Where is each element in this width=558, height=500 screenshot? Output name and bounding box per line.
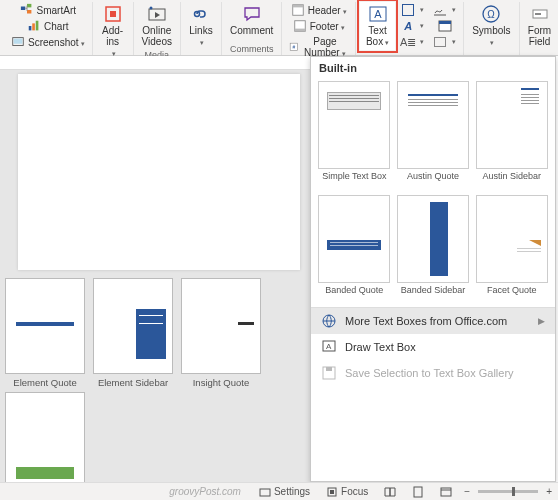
ribbon-group-header-footer: Header▾ Footer▾ # Page Number▾ Header & <box>282 2 356 55</box>
template-caption: Austin Quote <box>407 171 459 191</box>
ribbon-group-comments: Comment Comments <box>222 2 282 55</box>
save-selection-icon <box>321 365 337 381</box>
smartart-button[interactable]: SmartArt <box>8 2 88 18</box>
footer-icon <box>293 19 307 33</box>
quick-parts-button[interactable]: ▾ <box>398 2 427 18</box>
template-thumb-insight-quote[interactable] <box>181 278 261 374</box>
date-time-icon <box>438 19 452 33</box>
ruler[interactable] <box>0 56 310 70</box>
chevron-right-icon: ▶ <box>538 316 545 326</box>
svg-rect-0 <box>20 7 24 11</box>
text-box-template-grid-left: Element QuoteElement SidebarInsight Quot… <box>0 276 310 482</box>
web-layout-button[interactable] <box>436 486 456 498</box>
svg-rect-32 <box>260 489 270 496</box>
draw-text-box-item[interactable]: A Draw Text Box <box>311 334 555 360</box>
comment-label: Comment <box>230 25 273 36</box>
date-time-button[interactable] <box>430 18 459 34</box>
dropdown-section-header: Built-in <box>311 57 555 79</box>
ribbon: SmartArt Chart Screenshot▾ Add-ins▾ <box>0 0 558 56</box>
template-cell: Facet Quote <box>474 195 549 305</box>
zoom-slider[interactable] <box>478 490 538 493</box>
watermark: groovyPost.com <box>169 486 241 497</box>
template-thumb-element-quote[interactable] <box>5 278 85 374</box>
addins-icon <box>103 4 123 24</box>
online-videos-button[interactable]: Online Videos <box>138 2 176 49</box>
addins-label: Add-ins▾ <box>101 25 125 59</box>
svg-rect-7 <box>14 39 23 44</box>
footer-button[interactable]: Footer▾ <box>286 18 351 34</box>
drop-cap-button[interactable]: A≣▾ <box>398 34 427 50</box>
page-number-icon: # <box>289 40 299 54</box>
template-cell: Element Quote <box>4 278 86 388</box>
read-mode-button[interactable] <box>380 486 400 498</box>
template-thumb-simple-text-box[interactable] <box>318 81 390 169</box>
template-cell: Banded Sidebar <box>396 195 471 305</box>
template-cell: Insight Quote <box>180 278 262 388</box>
zoom-out-button[interactable]: − <box>464 486 470 497</box>
svg-text:Ω: Ω <box>488 9 496 20</box>
svg-rect-9 <box>110 11 116 17</box>
focus-button[interactable]: Focus <box>322 486 372 498</box>
object-button[interactable]: ▾ <box>430 34 459 50</box>
template-thumb-austin-quote[interactable] <box>397 81 469 169</box>
svg-rect-5 <box>36 21 39 31</box>
text-box-dropdown: Built-in Simple Text BoxAustin QuoteAust… <box>310 56 556 482</box>
svg-rect-35 <box>414 487 422 497</box>
smartart-label: SmartArt <box>37 5 76 16</box>
comment-icon <box>242 4 262 24</box>
template-cell: Element Sidebar <box>92 278 174 388</box>
save-selection-label: Save Selection to Text Box Gallery <box>345 367 514 379</box>
draw-text-box-label: Draw Text Box <box>345 341 416 353</box>
svg-rect-34 <box>330 490 334 494</box>
template-thumb-banded-quote[interactable] <box>318 195 390 283</box>
screenshot-icon <box>11 35 25 49</box>
wordart-icon: A <box>401 19 415 33</box>
text-box-button[interactable]: A Text Box▾ <box>360 2 395 50</box>
svg-rect-16 <box>294 29 305 32</box>
template-thumb-austin-sidebar[interactable] <box>476 81 548 169</box>
template-caption: Banded Sidebar <box>401 285 466 305</box>
addins-button[interactable]: Add-ins▾ <box>97 2 129 61</box>
links-button[interactable]: Links▾ <box>185 2 217 50</box>
object-icon <box>433 35 447 49</box>
form-field-button[interactable]: Form Field <box>524 2 556 49</box>
draw-text-box-icon: A <box>321 339 337 355</box>
form-field-icon <box>530 4 550 24</box>
more-text-boxes-item[interactable]: More Text Boxes from Office.com ▶ <box>311 308 555 334</box>
online-videos-icon <box>147 4 167 24</box>
svg-rect-22 <box>439 21 451 24</box>
document-page[interactable] <box>18 74 300 270</box>
header-button[interactable]: Header▾ <box>286 2 351 18</box>
ribbon-group-media: Online Videos Media <box>134 2 181 55</box>
svg-text:A: A <box>374 8 382 20</box>
print-layout-icon <box>412 486 424 498</box>
wordart-button[interactable]: A▾ <box>398 18 427 34</box>
display-settings-button[interactable]: Settings <box>255 486 314 498</box>
comment-button[interactable]: Comment <box>226 2 277 38</box>
web-layout-icon <box>440 486 452 498</box>
chart-button[interactable]: Chart <box>8 18 88 34</box>
focus-icon <box>326 486 338 498</box>
svg-rect-36 <box>441 488 451 496</box>
read-mode-icon <box>384 486 396 498</box>
symbols-button[interactable]: Ω Symbols▾ <box>468 2 514 50</box>
screenshot-button[interactable]: Screenshot▾ <box>8 34 88 50</box>
svg-point-11 <box>149 7 152 10</box>
template-thumb-banded-sidebar[interactable] <box>397 195 469 283</box>
template-thumb-facet-quote[interactable] <box>476 195 548 283</box>
print-layout-button[interactable] <box>408 486 428 498</box>
chart-label: Chart <box>44 21 68 32</box>
links-label: Links▾ <box>189 25 212 48</box>
template-thumb-element-sidebar[interactable] <box>93 278 173 374</box>
ribbon-group-text: A Text Box▾ ▾ A▾ A≣▾ ▾ ▾ <box>356 2 463 55</box>
template-cell: Simple Text Box <box>317 81 392 191</box>
link-icon <box>191 4 211 24</box>
svg-rect-4 <box>32 23 35 30</box>
template-cell: Austin Sidebar <box>474 81 549 191</box>
template-cell: Austin Quote <box>396 81 471 191</box>
ribbon-group-form: Form Field <box>520 2 558 55</box>
zoom-in-button[interactable]: + <box>546 486 552 497</box>
statusbar: groovyPost.com Settings Focus − + <box>0 482 558 500</box>
signature-line-button[interactable]: ▾ <box>430 2 459 18</box>
template-thumb-insight-sidebar[interactable] <box>5 392 85 482</box>
